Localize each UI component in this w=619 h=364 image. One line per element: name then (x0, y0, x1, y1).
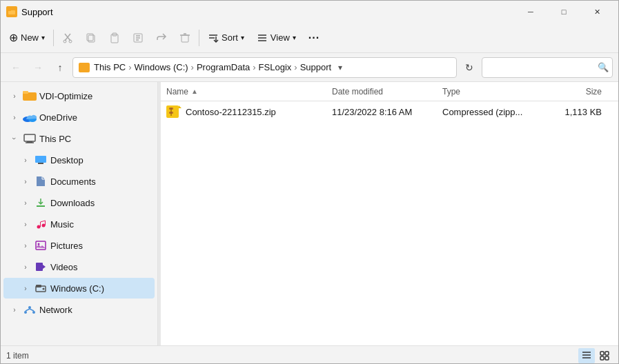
copy-button[interactable] (80, 26, 102, 50)
window-controls: ─ □ ✕ (515, 1, 613, 23)
svg-line-44 (30, 309, 34, 311)
chevron-icon: › (9, 304, 20, 315)
chevron-icon: › (20, 261, 31, 272)
documents-icon (34, 176, 48, 187)
sidebar-item-label: Desktop (50, 155, 83, 165)
sidebar-item-desktop[interactable]: › Desktop (3, 150, 155, 170)
paste-button[interactable] (104, 26, 126, 50)
chevron-icon: › (20, 176, 31, 187)
view-chevron-icon: ▾ (293, 34, 296, 41)
sidebar-item-label: Documents (50, 176, 96, 187)
sidebar-item-windows-c[interactable]: › Windows (C:) (3, 278, 155, 299)
delete-button[interactable] (174, 26, 196, 50)
chevron-icon: › (20, 154, 31, 165)
address-bar: ← → ↑ This PC › Windows (C:) › ProgramDa… (1, 53, 618, 82)
new-plus-icon: ⊕ (9, 31, 18, 44)
chevron-icon: › (20, 197, 31, 208)
view-button[interactable]: View ▾ (251, 26, 302, 50)
breadcrumb-dropdown-button[interactable]: ▾ (334, 61, 346, 74)
refresh-button[interactable]: ↻ (460, 58, 479, 77)
back-button[interactable]: ← (6, 58, 26, 77)
item-count: 1 item (6, 351, 29, 361)
more-icon: ··· (308, 32, 320, 44)
svg-marker-46 (179, 105, 181, 108)
paste-icon (109, 32, 120, 43)
svg-rect-38 (36, 285, 41, 287)
rename-icon (132, 32, 144, 43)
details-view-button[interactable] (578, 348, 595, 363)
file-list: Contoso-22112315.zip 11/23/2022 8:16 AM … (161, 101, 618, 345)
column-size[interactable]: Size (553, 87, 613, 97)
view-label: View (271, 32, 290, 43)
breadcrumb-support[interactable]: Support (300, 62, 332, 72)
view-icon (257, 32, 268, 43)
sidebar-item-label: Videos (50, 262, 78, 272)
minimize-button[interactable]: ─ (515, 1, 547, 23)
drive-icon (34, 283, 48, 294)
share-icon (156, 32, 167, 43)
breadcrumb-c[interactable]: Windows (C:) (135, 62, 188, 72)
file-size-cell: 1,113 KB (553, 107, 613, 117)
maximize-button[interactable]: □ (548, 1, 580, 23)
more-button[interactable]: ··· (303, 26, 325, 50)
status-bar: 1 item (1, 345, 618, 364)
sidebar-item-label: VDI-Optimize (39, 91, 92, 101)
up-button[interactable]: ↑ (50, 58, 70, 77)
chevron-icon: › (9, 133, 20, 144)
breadcrumb-fslogix[interactable]: FSLogix (259, 62, 292, 72)
desktop-icon (34, 154, 48, 165)
chevron-icon: › (20, 219, 31, 230)
new-button[interactable]: ⊕ New ▾ (3, 26, 50, 50)
sidebar-item-pictures[interactable]: › Pictures (3, 235, 155, 256)
sidebar-item-vdi-optimize[interactable]: › VDI-Optimize (3, 85, 155, 106)
breadcrumb[interactable]: This PC › Windows (C:) › ProgramData › F… (72, 57, 457, 78)
sidebar-item-downloads[interactable]: › Downloads (3, 192, 155, 213)
large-icons-view-button[interactable] (596, 348, 613, 363)
sidebar-item-network[interactable]: › Network (3, 299, 155, 320)
sort-label: Sort (222, 32, 238, 43)
search-input[interactable] (482, 57, 613, 78)
svg-rect-36 (36, 263, 43, 271)
folder-icon (23, 90, 37, 101)
share-button[interactable] (150, 26, 173, 50)
sidebar-item-thispc[interactable]: › This PC (3, 128, 155, 149)
forward-button[interactable]: → (28, 58, 48, 77)
column-type[interactable]: Type (442, 87, 553, 97)
chevron-icon: › (20, 283, 31, 294)
cut-button[interactable] (57, 26, 79, 50)
svg-rect-2 (8, 10, 11, 11)
svg-rect-27 (24, 134, 35, 141)
file-type-cell: Compressed (zipp... (442, 107, 553, 117)
file-header: Name ▲ Date modified Type Size (161, 82, 618, 101)
sidebar-item-music[interactable]: › Music (3, 214, 155, 234)
svg-rect-30 (35, 156, 46, 163)
close-button[interactable]: ✕ (581, 1, 613, 23)
sidebar-item-videos[interactable]: › Videos (3, 256, 155, 277)
cut-icon (62, 32, 73, 43)
column-modified[interactable]: Date modified (332, 87, 442, 97)
svg-point-42 (32, 311, 35, 314)
thispc-icon (23, 133, 37, 144)
breadcrumb-programdata[interactable]: ProgramData (197, 62, 250, 72)
rename-button[interactable] (127, 26, 149, 50)
chevron-icon: › (20, 240, 31, 251)
svg-rect-54 (600, 352, 604, 355)
svg-rect-49 (169, 108, 173, 110)
file-modified-cell: 11/23/2022 8:16 AM (332, 107, 442, 117)
svg-rect-24 (23, 91, 28, 94)
sidebar-item-documents[interactable]: › Documents (3, 171, 155, 192)
details-view-icon (582, 351, 591, 361)
file-name: Contoso-22112315.zip (186, 107, 276, 117)
svg-rect-31 (38, 163, 43, 164)
sort-button[interactable]: Sort ▾ (202, 26, 250, 50)
svg-rect-57 (605, 356, 609, 360)
network-icon (23, 304, 37, 315)
search-wrap: 🔍 (482, 57, 613, 78)
sidebar-item-label: Network (39, 305, 72, 315)
column-name[interactable]: Name ▲ (166, 87, 332, 97)
sidebar-item-label: Windows (C:) (50, 283, 104, 294)
sidebar-item-onedrive[interactable]: › OneDrive (3, 107, 155, 128)
breadcrumb-thispc[interactable]: This PC (94, 62, 126, 72)
main-content: › VDI-Optimize › OneDrive › This PC › (1, 82, 618, 345)
table-row[interactable]: Contoso-22112315.zip 11/23/2022 8:16 AM … (161, 101, 618, 122)
